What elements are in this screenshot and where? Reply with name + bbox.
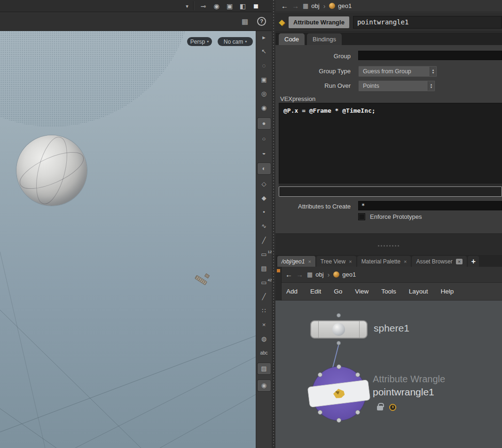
add-tab-button[interactable]: + (468, 256, 479, 267)
lasso-icon[interactable]: ◌ (258, 62, 270, 70)
breadcrumb-geo1[interactable]: geo1 (329, 2, 352, 9)
close-icon[interactable]: × (308, 259, 311, 264)
sphere-input-connector[interactable] (337, 313, 341, 317)
viewport-manipulator[interactable] (192, 273, 211, 288)
menu-view[interactable]: View (355, 288, 369, 295)
snippet-input[interactable] (279, 186, 502, 197)
tab-code[interactable]: Code (279, 33, 305, 45)
spinner-arrows-icon[interactable]: ▲▼ (430, 67, 436, 76)
close-icon[interactable]: × (349, 259, 352, 264)
menu-add[interactable]: Add (286, 288, 298, 295)
forward-button[interactable]: → (296, 270, 303, 278)
sphere-view-glyph: ● (262, 120, 266, 127)
tab-tree-view[interactable]: Tree View × (316, 256, 356, 267)
ring-small-icon[interactable]: ◍ (258, 335, 270, 343)
sphere-node[interactable] (310, 320, 368, 339)
pen-icon[interactable]: ╱ (258, 236, 270, 245)
pose-icon[interactable]: ◒ (258, 149, 270, 157)
image-icon[interactable]: ▨ (258, 363, 271, 374)
horizontal-splitter[interactable] (275, 233, 502, 255)
sphere-view-icon[interactable]: ● (258, 118, 271, 129)
node-perimeter-dot[interactable] (318, 372, 322, 377)
help-icon[interactable]: ? (257, 17, 266, 26)
handles-glyph: ◐ (262, 165, 266, 172)
breadcrumb-obj[interactable]: ▦ obj (303, 2, 320, 9)
axis-icon[interactable]: × (258, 321, 270, 329)
time-dependent-clock-icon[interactable] (389, 404, 396, 411)
select-icon[interactable]: ↖ (258, 47, 270, 56)
paint-icon[interactable]: ◆ (258, 194, 270, 202)
pane-link-badge[interactable] (277, 269, 280, 272)
stow-arrow-icon[interactable]: ▸ (258, 33, 270, 42)
abc-glyph: abc (260, 350, 267, 355)
enforce-prototypes-checkbox[interactable] (358, 213, 365, 220)
pane-handle-strip[interactable] (275, 267, 282, 301)
node-flag-band[interactable] (307, 379, 370, 408)
lock-icon[interactable] (377, 406, 383, 410)
pointwrangle-node[interactable] (312, 367, 366, 420)
pin-icon[interactable]: ⊸ (199, 2, 208, 11)
snap-icon[interactable]: ◎ (258, 90, 270, 98)
breadcrumb-obj[interactable]: ▦ obj (307, 271, 324, 278)
ruler-icon[interactable]: ╱ (258, 293, 270, 301)
lock-icon[interactable]: ▣ (258, 76, 270, 84)
run-over-dropdown[interactable]: Points ▲▼ (358, 80, 435, 92)
forward-button[interactable]: → (292, 2, 299, 10)
node-output-connector[interactable] (337, 418, 341, 423)
edit-glyph: ▭ (261, 251, 267, 258)
network-editor-canvas[interactable]: sphere1 Attribute Wrangle pointwrangle1 (275, 301, 502, 448)
point-icon[interactable]: • (258, 208, 270, 216)
menu-help[interactable]: Help (440, 288, 454, 295)
node-name-field[interactable]: pointwrangle1 (353, 16, 502, 29)
location-icon[interactable]: ◉ (258, 380, 271, 391)
close-icon[interactable]: × (456, 259, 463, 264)
menu-layout[interactable]: Layout (409, 288, 428, 295)
close-icon[interactable]: × (404, 259, 407, 264)
stamp-badge-icon[interactable]: ▭42 (258, 278, 270, 287)
sphere-geometry[interactable] (16, 135, 87, 206)
tab-bindings[interactable]: Bindings (307, 33, 342, 45)
back-button[interactable]: ← (285, 270, 292, 278)
curve-icon[interactable]: ∿ (258, 222, 270, 231)
node-perimeter-dot[interactable] (318, 410, 322, 415)
menu-edit[interactable]: Edit (310, 288, 321, 295)
abc-icon[interactable]: abc (258, 349, 270, 357)
group-input[interactable] (358, 51, 502, 60)
tab-asset-browser[interactable]: Asset Browser × (412, 256, 467, 267)
tab-obj-geo1[interactable]: /obj/geo1 × (277, 256, 315, 267)
bulb-icon[interactable]: ○ (258, 135, 270, 143)
hand-icon[interactable]: ▤ (258, 264, 270, 273)
tab-material-palette[interactable]: Material Palette × (357, 256, 411, 267)
pane-splitter[interactable] (272, 0, 275, 448)
node-input-connector[interactable] (337, 364, 341, 369)
menu-go[interactable]: Go (334, 288, 342, 295)
toolbar-overflow-button[interactable]: ▾ (183, 2, 191, 10)
group-type-dropdown[interactable]: Guess from Group ▲▼ (358, 66, 437, 77)
viewport-canvas[interactable]: Persp ▾ No cam ▾ (0, 31, 256, 448)
network-mini-icon[interactable]: ▦ (242, 17, 248, 26)
breadcrumb-geo1[interactable]: geo1 (333, 271, 356, 278)
edit-badge-icon[interactable]: ▭12 (258, 250, 270, 259)
persp-view-button[interactable]: Persp ▾ (187, 37, 212, 46)
target-icon[interactable]: ◉ (258, 104, 270, 112)
back-button[interactable]: ← (281, 2, 288, 10)
color-swatch-icon[interactable]: ■ (251, 2, 260, 11)
vexpression-editor[interactable]: @P.x = @Frame * @TimeInc; (279, 103, 502, 184)
node-perimeter-dot[interactable] (355, 372, 360, 377)
network-tab-bar: /obj/geo1 × Tree View × Material Palette… (275, 255, 502, 267)
attributes-to-create-input[interactable]: * (358, 201, 502, 210)
camera-select-button[interactable]: No cam ▾ (218, 37, 253, 46)
spinner-arrows-icon[interactable]: ▲▼ (428, 81, 434, 91)
draw-icon[interactable]: ◇ (258, 180, 270, 188)
sphere-output-connector[interactable] (337, 341, 341, 345)
target-glyph: ◉ (261, 104, 267, 111)
viewport-toolbar: ▦ ? (0, 13, 272, 31)
copy-stack-icon[interactable]: ▣ (225, 2, 234, 11)
scatter-icon[interactable]: ∷ (258, 307, 270, 315)
record-target-icon[interactable]: ◉ (212, 2, 221, 11)
menu-tools[interactable]: Tools (381, 288, 396, 295)
ring-small-glyph: ◍ (261, 335, 267, 342)
cube-tool-icon[interactable]: ◧ (238, 2, 247, 11)
node-perimeter-dot[interactable] (355, 410, 360, 415)
handles-icon[interactable]: ◐ (258, 163, 271, 174)
